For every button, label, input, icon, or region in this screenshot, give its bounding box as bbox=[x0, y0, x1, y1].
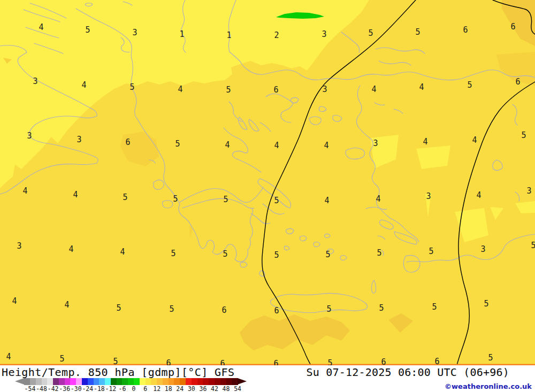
colorbar-segment bbox=[65, 378, 71, 385]
temp-value-label: 5 bbox=[467, 81, 472, 89]
temp-value-label: 3 bbox=[17, 242, 21, 250]
colorbar-tick-label: -42 bbox=[48, 385, 59, 392]
temp-value-label: 4 bbox=[376, 195, 380, 203]
colorbar-tick-label: 18 bbox=[165, 385, 172, 392]
temp-value-label: 6 bbox=[220, 360, 225, 365]
colorbar-right-arrow bbox=[238, 378, 247, 385]
temp-value-label: 2 bbox=[274, 32, 279, 40]
temp-value-label: 4 bbox=[324, 142, 328, 150]
colorbar-segment bbox=[203, 378, 209, 385]
temp-value-label: 4 bbox=[324, 197, 329, 205]
colorbar-segment bbox=[111, 378, 117, 385]
temp-value-label: 6 bbox=[463, 26, 468, 34]
colorbar-segment bbox=[146, 378, 151, 385]
temp-value-label: 3 bbox=[77, 136, 81, 144]
temp-value-label: 5 bbox=[175, 140, 180, 148]
colorbar-segment bbox=[174, 378, 180, 385]
colorbar-tick-label: -36 bbox=[59, 385, 70, 392]
colorbar-segment bbox=[192, 378, 197, 385]
temp-value-label: 6 bbox=[125, 139, 130, 147]
colorbar-tick-label: -12 bbox=[105, 385, 117, 392]
temp-value-label: 6 bbox=[166, 359, 171, 365]
temp-value-label: 5 bbox=[169, 305, 174, 313]
temp-value-label: 5 bbox=[327, 359, 332, 365]
colorbar-tick-label: 6 bbox=[143, 385, 147, 392]
colorbar-tick-label: -48 bbox=[36, 385, 47, 392]
temp-value-label: 1 bbox=[226, 32, 231, 40]
temp-value-label: 5 bbox=[274, 251, 279, 259]
temp-value-label: 4 bbox=[225, 141, 230, 149]
colorbar-segment bbox=[209, 378, 215, 385]
colorbar-segment bbox=[70, 378, 76, 385]
temp-value-label: 5 bbox=[113, 358, 118, 365]
temp-value-label: 6 bbox=[381, 358, 386, 365]
map-graphics bbox=[0, 0, 535, 365]
temp-value-label: 3 bbox=[480, 245, 485, 253]
colorbar-segment bbox=[117, 378, 123, 385]
colorbar-tick-label: 54 bbox=[234, 385, 241, 392]
temp-value-label: 4 bbox=[371, 86, 376, 94]
map-title: Height/Temp. 850 hPa [gdmp][°C] GFS bbox=[2, 366, 234, 379]
temp-value-label: 4 bbox=[39, 24, 43, 32]
colorbar-tick-label: -30 bbox=[71, 385, 82, 392]
temp-value-label: 3 bbox=[322, 86, 327, 94]
colorbar-tick-label: 42 bbox=[211, 385, 218, 392]
temp-value-label: 5 bbox=[226, 86, 231, 94]
temp-value-label: 4 bbox=[472, 136, 477, 144]
temp-value-label: 4 bbox=[274, 142, 279, 150]
colorbar-segment bbox=[169, 378, 174, 385]
temp-value-label: 6 bbox=[515, 78, 520, 86]
colorbar-tick-label: 24 bbox=[176, 385, 184, 392]
temp-value-label: 3 bbox=[132, 29, 137, 37]
temp-value-label: 5 bbox=[59, 355, 64, 363]
colorbar-tick-label: 30 bbox=[188, 385, 195, 392]
temp-value-label: 5 bbox=[173, 195, 178, 203]
colorbar-segment bbox=[151, 378, 157, 385]
colorbar-segment bbox=[82, 378, 88, 385]
temp-value-label: 5 bbox=[429, 248, 433, 256]
temp-value-label: 6 bbox=[221, 306, 226, 314]
colorbar-left-arrow bbox=[15, 378, 24, 385]
temp-value-label: 5 bbox=[223, 250, 227, 258]
colorbar-tick-label: 36 bbox=[199, 385, 207, 392]
temp-value-label: 5 bbox=[432, 303, 437, 311]
colorbar-segment bbox=[105, 378, 111, 385]
colorbar-segment bbox=[24, 378, 30, 385]
colorbar-segment bbox=[186, 378, 192, 385]
temp-value-label: 1 bbox=[179, 30, 184, 39]
colorbar-tick-label: -54 bbox=[25, 385, 36, 392]
temp-value-label: 6 bbox=[273, 360, 278, 365]
colorbar-segment bbox=[59, 378, 65, 385]
temp-value-label: 3 bbox=[33, 78, 37, 86]
colorbar-segment bbox=[226, 378, 232, 385]
temp-value-label: 5 bbox=[85, 26, 90, 34]
temp-value-label: 4 bbox=[178, 86, 182, 94]
temp-value-label: 3 bbox=[322, 30, 326, 39]
valid-datetime: Su 07-12-2025 06:00 UTC (06+96) bbox=[307, 366, 509, 379]
temp-value-label: 5 bbox=[484, 300, 488, 308]
temp-value-label: 5 bbox=[531, 242, 535, 250]
temp-value-label: 4 bbox=[419, 83, 424, 91]
colorbar-tick-label: -6 bbox=[119, 385, 126, 392]
temp-value-label: 4 bbox=[73, 191, 78, 199]
temp-value-label: 5 bbox=[415, 28, 420, 36]
colorbar-segment bbox=[36, 378, 42, 385]
temp-value-label: 5 bbox=[123, 194, 127, 202]
temp-value-label: 4 bbox=[12, 297, 17, 305]
colorbar-segment bbox=[220, 378, 226, 385]
temp-value-label: 5 bbox=[377, 249, 381, 257]
temp-value-label: 5 bbox=[223, 196, 228, 204]
temp-value-label: 5 bbox=[379, 304, 384, 312]
colorbar-tick-label: 48 bbox=[223, 385, 230, 392]
weather-map-page: 4531123556634545634456336544434454455554… bbox=[0, 0, 535, 392]
colorbar-tick-label: -24 bbox=[82, 385, 93, 392]
temp-value-label: 4 bbox=[423, 138, 427, 146]
temperature-shading-layer bbox=[0, 0, 535, 365]
colorbar-segment bbox=[88, 378, 94, 385]
temp-value-label: 5 bbox=[488, 354, 493, 362]
temp-value-label: 4 bbox=[6, 353, 11, 361]
copyright-link[interactable]: ©weatheronline.co.uk bbox=[445, 382, 532, 390]
temp-value-label: 5 bbox=[171, 250, 175, 258]
colorbar-segment bbox=[76, 378, 82, 385]
colorbar-segment bbox=[94, 378, 100, 385]
